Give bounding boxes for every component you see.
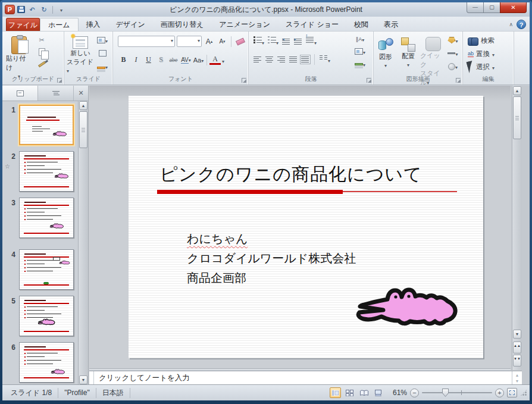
notes-scrollbar[interactable]: ▲ ▼: [512, 371, 522, 384]
drawing-dialog-launcher[interactable]: [456, 78, 461, 83]
section-button[interactable]: [96, 61, 108, 71]
text-direction-button[interactable]: ∥A: [354, 34, 366, 44]
reset-slide-button[interactable]: [96, 48, 108, 58]
panel-scroll-thumb[interactable]: [79, 111, 87, 148]
tab-slides-thumbnails[interactable]: [2, 86, 38, 101]
font-name-combo[interactable]: [118, 36, 175, 47]
format-painter-button[interactable]: [36, 59, 48, 69]
qat-customize-dropdown[interactable]: [57, 6, 66, 13]
shape-fill-button[interactable]: [447, 35, 459, 45]
zoom-out-button[interactable]: −: [410, 389, 419, 397]
justify-button[interactable]: [289, 56, 298, 63]
animation-indicator-icon[interactable]: ☆: [5, 163, 10, 170]
fit-to-window-button[interactable]: [507, 388, 517, 397]
align-center-button[interactable]: [265, 56, 274, 63]
close-panel-button[interactable]: ✕: [74, 86, 88, 101]
font-size-combo[interactable]: [177, 36, 202, 47]
notes-pane[interactable]: クリックしてノートを入力 ▲ ▼: [89, 371, 522, 384]
tab-view[interactable]: 表示: [376, 18, 406, 31]
panel-scrollbar[interactable]: ▲ ▼: [78, 101, 88, 384]
slide-subtitle[interactable]: わにちゃん クロコダイルワールド株式会社 商品企画部: [187, 229, 356, 288]
tab-slideshow[interactable]: スライド ショー: [278, 18, 346, 31]
zoom-slider[interactable]: [422, 389, 492, 397]
tab-insert[interactable]: 挿入: [79, 18, 108, 31]
zoom-in-button[interactable]: +: [495, 389, 504, 397]
font-dialog-launcher[interactable]: [242, 78, 246, 83]
zoom-level[interactable]: 61%: [387, 389, 407, 397]
text-shadow-button[interactable]: S: [155, 54, 167, 65]
tab-file[interactable]: ファイル: [6, 18, 40, 31]
slide-thumbnail-1[interactable]: 1: [2, 104, 78, 148]
underline-button[interactable]: U: [143, 54, 154, 65]
slide-layout-button[interactable]: [96, 35, 108, 45]
notes-scroll-down-icon[interactable]: ▼: [515, 379, 520, 383]
close-button[interactable]: ✕: [500, 2, 527, 13]
redo-button[interactable]: ↻: [39, 6, 49, 14]
tab-home[interactable]: ホーム: [40, 18, 79, 31]
convert-smartart-button[interactable]: [354, 59, 366, 69]
bold-button[interactable]: B: [118, 54, 129, 65]
collapse-ribbon-button[interactable]: ∧: [509, 21, 513, 27]
tab-animations[interactable]: アニメーション: [211, 18, 278, 31]
tab-transitions[interactable]: 画面切り替え: [153, 18, 212, 31]
arrange-button[interactable]: 配置: [398, 35, 419, 68]
font-color-button[interactable]: A: [209, 55, 221, 65]
select-button[interactable]: 選択: [468, 61, 495, 73]
panel-scroll-up-icon[interactable]: ▲: [79, 101, 87, 110]
clear-formatting-button[interactable]: [234, 36, 246, 47]
columns-button[interactable]: [320, 54, 330, 65]
copy-button[interactable]: [36, 47, 48, 57]
help-button[interactable]: ?: [517, 20, 526, 29]
paste-button[interactable]: 貼り付け: [6, 34, 32, 79]
align-left-button[interactable]: [254, 56, 262, 63]
slide-indicator[interactable]: スライド 1/8: [5, 388, 58, 398]
resize-grip[interactable]: [520, 389, 527, 396]
zoom-slider-thumb[interactable]: [442, 389, 449, 397]
scroll-thumb[interactable]: [513, 96, 521, 139]
shapes-button[interactable]: 図形: [375, 35, 396, 68]
slideshow-view-button[interactable]: [373, 387, 384, 398]
shrink-font-button[interactable]: A▾: [217, 36, 228, 47]
slide-title[interactable]: ピンクのワニの商品化について: [159, 162, 469, 187]
italic-button[interactable]: I: [130, 54, 142, 65]
scroll-down-icon[interactable]: ▼: [513, 330, 521, 339]
paragraph-dialog-launcher[interactable]: [367, 78, 371, 83]
maximize-button[interactable]: ▢: [484, 2, 500, 13]
bullets-button[interactable]: [254, 36, 264, 47]
strikethrough-button[interactable]: abe: [168, 54, 179, 65]
normal-view-button[interactable]: [330, 387, 341, 398]
panel-scroll-down-icon[interactable]: ▼: [79, 375, 87, 384]
theme-name[interactable]: "Profile": [58, 388, 96, 398]
character-spacing-button[interactable]: AV: [180, 54, 192, 65]
slide-sorter-view-button[interactable]: [344, 387, 355, 398]
distribute-button[interactable]: [301, 56, 309, 63]
decrease-indent-button[interactable]: [282, 38, 290, 45]
pink-crocodile-image[interactable]: [353, 279, 467, 339]
scroll-up-icon[interactable]: ▲: [513, 86, 521, 95]
replace-button[interactable]: ab置換: [468, 48, 495, 59]
find-button[interactable]: 検索: [468, 35, 495, 46]
notes-placeholder[interactable]: クリックしてノートを入力: [94, 373, 190, 383]
tab-design[interactable]: デザイン: [108, 18, 153, 31]
increase-indent-button[interactable]: [294, 38, 302, 45]
reading-view-button[interactable]: [358, 387, 370, 398]
slide-thumbnail-5[interactable]: 5: [2, 295, 78, 339]
line-spacing-button[interactable]: [306, 36, 317, 47]
shape-effects-button[interactable]: [447, 61, 459, 71]
tab-outline[interactable]: [38, 86, 74, 101]
powerpoint-logo-icon[interactable]: P: [5, 5, 15, 14]
language-indicator[interactable]: 日本語: [96, 388, 130, 398]
font-color-caret-icon[interactable]: [222, 55, 224, 65]
next-slide-button[interactable]: ▼▼: [513, 355, 521, 367]
notes-scroll-up-icon[interactable]: ▲: [515, 373, 520, 377]
tab-review[interactable]: 校閲: [346, 18, 376, 31]
shape-outline-button[interactable]: [447, 48, 459, 58]
slide-thumbnail-3[interactable]: 3: [2, 196, 78, 240]
numbering-button[interactable]: [268, 36, 278, 47]
undo-button[interactable]: ↶: [27, 6, 37, 14]
clipboard-dialog-launcher[interactable]: [57, 78, 62, 83]
slide-thumbnail-4[interactable]: 4: [2, 248, 78, 292]
slide-thumbnail-2[interactable]: 2 ☆: [2, 150, 78, 194]
save-icon[interactable]: [17, 6, 25, 13]
vertical-scrollbar[interactable]: ▲ ▼ ▲▲ ▼▼: [512, 86, 522, 370]
